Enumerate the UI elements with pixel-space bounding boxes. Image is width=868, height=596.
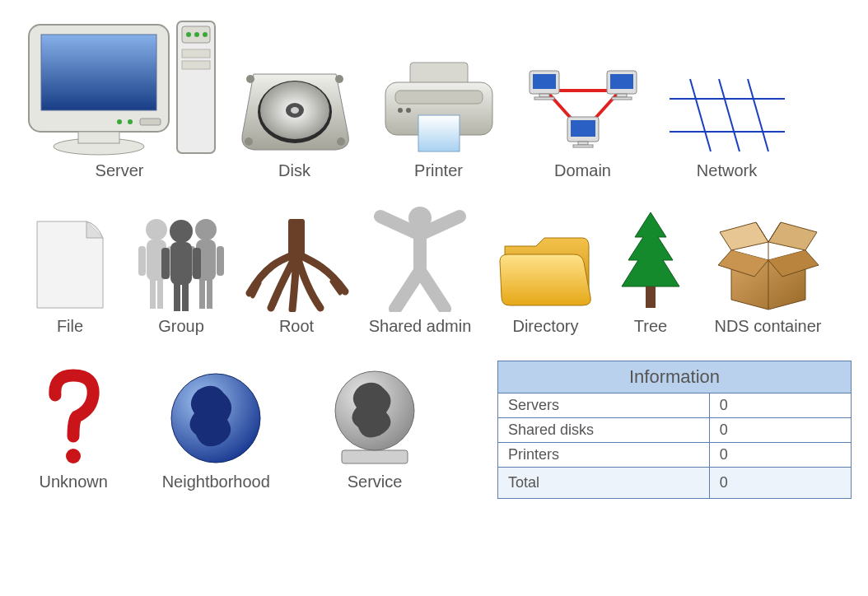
svg-point-9 <box>186 32 191 37</box>
neighborhood-icon <box>166 361 265 468</box>
service-icon <box>325 361 424 468</box>
server-icon <box>21 16 218 156</box>
svg-point-69 <box>66 449 81 463</box>
svg-rect-56 <box>199 279 205 309</box>
svg-rect-37 <box>617 94 627 97</box>
row-3: Unknown Neightborhood Servi <box>16 361 852 499</box>
item-unknown: Unknown <box>16 361 130 491</box>
network-icon <box>665 33 789 156</box>
svg-rect-38 <box>612 97 632 100</box>
item-shared-admin: Shared admin <box>354 205 486 336</box>
item-label: Disk <box>278 161 310 180</box>
svg-rect-6 <box>78 132 119 143</box>
item-label: Server <box>96 161 144 180</box>
svg-point-2 <box>117 119 122 124</box>
svg-point-26 <box>398 108 403 113</box>
svg-point-18 <box>246 75 254 83</box>
directory-icon <box>497 205 595 312</box>
svg-point-17 <box>291 107 299 114</box>
info-key: Servers <box>498 393 710 417</box>
svg-rect-32 <box>533 74 556 89</box>
info-value: 0 <box>710 393 851 417</box>
svg-rect-62 <box>174 283 180 311</box>
svg-rect-51 <box>157 279 163 309</box>
svg-point-19 <box>335 75 343 83</box>
item-domain: Domain <box>511 33 655 180</box>
item-neighborhood: Neightborhood <box>130 361 301 491</box>
svg-rect-50 <box>150 279 156 309</box>
svg-rect-65 <box>193 248 201 279</box>
item-file: File <box>16 205 124 336</box>
svg-rect-24 <box>395 91 483 104</box>
group-icon <box>128 205 235 312</box>
svg-rect-4 <box>140 119 161 125</box>
tree-icon <box>614 205 688 312</box>
shared-admin-icon <box>371 205 469 312</box>
svg-rect-25 <box>418 115 460 151</box>
item-label: Domain <box>554 161 611 180</box>
item-label: Network <box>697 161 757 180</box>
info-total-key: Total <box>498 468 710 498</box>
svg-line-45 <box>690 79 711 151</box>
info-total-value: 0 <box>710 468 851 498</box>
svg-rect-36 <box>610 74 633 89</box>
item-printer: Printer <box>366 33 511 180</box>
svg-rect-68 <box>646 286 656 308</box>
svg-rect-1 <box>41 35 156 110</box>
row-1: Server <box>16 16 852 180</box>
svg-point-10 <box>194 32 199 37</box>
item-server: Server <box>16 16 222 180</box>
row-2: File Group Root <box>16 205 852 336</box>
svg-point-54 <box>195 219 217 240</box>
item-group: Group <box>124 205 239 336</box>
item-label: Group <box>158 317 204 336</box>
nds-container-icon <box>715 205 822 312</box>
svg-rect-33 <box>539 94 549 97</box>
svg-point-48 <box>146 219 167 240</box>
svg-rect-41 <box>578 142 588 145</box>
svg-point-11 <box>203 32 208 37</box>
svg-rect-59 <box>217 246 224 276</box>
item-disk: Disk <box>222 33 366 180</box>
item-network: Network <box>655 33 799 180</box>
item-tree: Tree <box>605 205 696 336</box>
info-row-total: Total 0 <box>498 468 851 498</box>
info-value: 0 <box>710 443 851 467</box>
info-value: 0 <box>710 418 851 442</box>
item-label: Root <box>279 317 314 336</box>
info-key: Printers <box>498 443 710 467</box>
svg-point-20 <box>245 137 253 146</box>
svg-rect-66 <box>288 219 305 255</box>
svg-rect-64 <box>161 248 170 279</box>
item-service: Service <box>301 361 448 491</box>
item-label: Shared admin <box>369 317 472 336</box>
svg-rect-42 <box>573 145 593 147</box>
info-row: Printers 0 <box>498 443 851 468</box>
domain-icon <box>521 33 645 156</box>
item-root: Root <box>239 205 354 336</box>
svg-rect-61 <box>170 242 192 285</box>
item-label: Tree <box>634 317 667 336</box>
svg-line-46 <box>719 79 740 151</box>
item-label: Unknown <box>40 473 108 491</box>
item-nds-container: NDS container <box>696 205 840 336</box>
svg-rect-52 <box>138 246 146 276</box>
disk-icon <box>237 33 352 156</box>
item-label: Printer <box>414 161 463 180</box>
svg-rect-12 <box>182 49 210 58</box>
svg-point-3 <box>128 119 133 124</box>
svg-rect-63 <box>182 283 189 311</box>
svg-line-47 <box>748 79 768 151</box>
root-icon <box>243 205 350 312</box>
svg-point-27 <box>406 108 411 113</box>
information-table: Information Servers 0 Shared disks 0 Pri… <box>481 361 852 499</box>
svg-rect-71 <box>342 450 408 463</box>
item-label: NDS container <box>714 317 821 336</box>
item-label: Directory <box>512 317 578 336</box>
item-label: Service <box>348 473 403 491</box>
item-label: Neightborhood <box>162 473 270 491</box>
svg-point-21 <box>337 137 345 146</box>
svg-rect-57 <box>207 279 212 309</box>
file-icon <box>33 205 107 312</box>
svg-rect-34 <box>534 97 554 100</box>
